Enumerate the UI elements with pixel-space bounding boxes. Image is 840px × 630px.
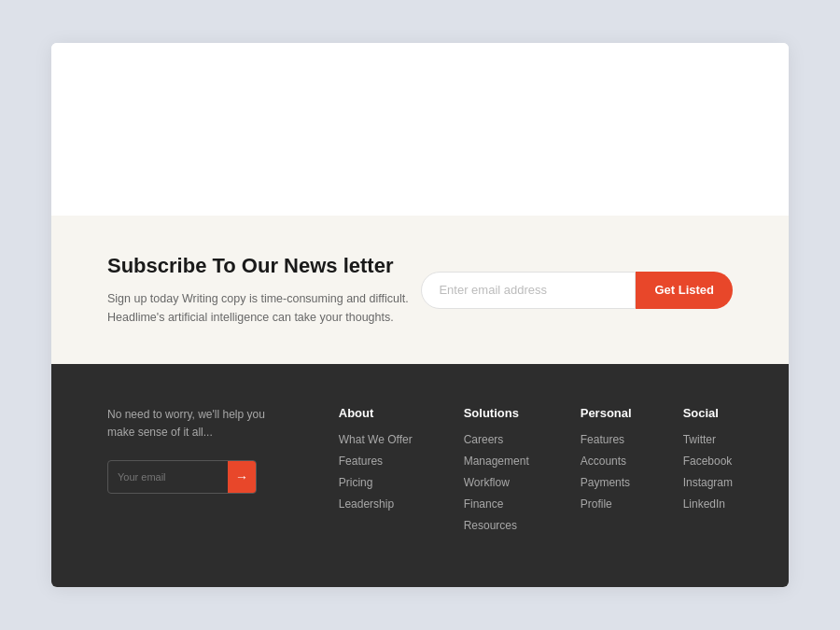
newsletter-section: Subscribe To Our News letter Sign up tod… <box>51 216 789 364</box>
footer-col-about: About What We Offer Features Pricing Lea… <box>339 406 413 540</box>
footer-links-area: About What We Offer Features Pricing Lea… <box>313 406 733 540</box>
newsletter-description: Sign up today Writing copy is time-consu… <box>107 289 409 327</box>
footer-link-leadership[interactable]: Leadership <box>339 497 413 511</box>
footer-col-social-title: Social <box>683 406 733 420</box>
newsletter-email-input[interactable] <box>421 272 636 309</box>
footer-link-management[interactable]: Management <box>464 455 529 468</box>
footer-col-personal-title: Personal <box>581 406 632 420</box>
footer-link-features-about[interactable]: Features <box>339 455 413 468</box>
footer-link-pricing[interactable]: Pricing <box>339 476 413 489</box>
footer-brand-col: No need to worry, we'll help you make se… <box>107 406 294 540</box>
footer-col-solutions: Solutions Careers Management Workflow Fi… <box>464 406 529 540</box>
newsletter-title: Subscribe To Our News letter <box>107 253 409 280</box>
footer-link-accounts[interactable]: Accounts <box>581 455 632 468</box>
footer-section: No need to worry, we'll help you make se… <box>51 364 789 587</box>
footer-tagline: No need to worry, we'll help you make se… <box>107 406 294 441</box>
newsletter-form: Get Listed <box>421 272 733 309</box>
footer-email-input[interactable] <box>108 464 228 490</box>
footer-link-facebook[interactable]: Facebook <box>683 455 733 468</box>
footer-link-payments[interactable]: Payments <box>581 476 632 489</box>
newsletter-submit-button[interactable]: Get Listed <box>636 272 733 309</box>
page-wrapper: Subscribe To Our News letter Sign up tod… <box>51 43 789 587</box>
footer-link-resources[interactable]: Resources <box>464 519 529 532</box>
footer-col-social: Social Twitter Facebook Instagram Linked… <box>683 406 733 540</box>
footer-email-submit-button[interactable]: → <box>228 461 256 493</box>
footer-link-careers[interactable]: Careers <box>464 433 529 446</box>
footer-email-form: → <box>107 460 257 494</box>
footer-link-twitter[interactable]: Twitter <box>683 433 733 446</box>
footer-link-instagram[interactable]: Instagram <box>683 476 733 489</box>
footer-link-features-personal[interactable]: Features <box>581 433 632 446</box>
arrow-right-icon: → <box>235 469 248 484</box>
footer-col-about-title: About <box>339 406 413 420</box>
footer-link-finance[interactable]: Finance <box>464 497 529 511</box>
footer-link-profile[interactable]: Profile <box>581 497 632 511</box>
footer-col-personal: Personal Features Accounts Payments Prof… <box>581 406 632 540</box>
hero-section <box>51 43 789 216</box>
footer-col-solutions-title: Solutions <box>464 406 529 420</box>
footer-link-workflow[interactable]: Workflow <box>464 476 529 489</box>
footer-link-what-we-offer[interactable]: What We Offer <box>339 433 413 446</box>
footer-link-linkedin[interactable]: LinkedIn <box>683 497 733 511</box>
newsletter-text: Subscribe To Our News letter Sign up tod… <box>107 253 409 327</box>
